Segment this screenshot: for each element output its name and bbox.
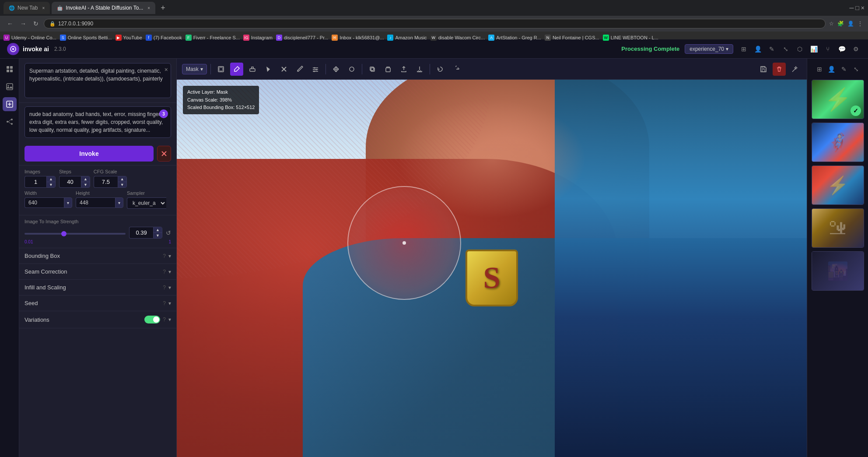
seed-info-icon[interactable]: ?: [163, 300, 166, 306]
bookmark-neil[interactable]: N Neil Fontaine | CGS...: [545, 35, 599, 41]
cfg-increment[interactable]: ▲: [118, 176, 126, 182]
mask-dropdown[interactable]: Mask ▾: [182, 64, 207, 74]
bookmark-webtoon[interactable]: W LINE WEBTOON - L...: [603, 35, 658, 41]
sidebar-nav-images[interactable]: [3, 80, 17, 94]
profile-icon[interactable]: 👤: [847, 21, 854, 27]
sidebar-nav-canvas[interactable]: [3, 97, 17, 111]
new-tab-button[interactable]: +: [157, 4, 169, 13]
back-button[interactable]: ←: [5, 20, 15, 27]
cfg-decrement[interactable]: ▼: [118, 182, 126, 187]
tab-close-btn[interactable]: ×: [42, 6, 45, 11]
bookmark-instagram[interactable]: IG Instagram: [243, 35, 273, 41]
steps-input[interactable]: [59, 176, 81, 188]
save-canvas-btn[interactable]: [757, 63, 770, 76]
nodes-icon[interactable]: ⬡: [794, 44, 805, 54]
brush-btn[interactable]: [230, 63, 243, 76]
refresh-button[interactable]: ↻: [32, 20, 40, 27]
fill-btn[interactable]: [262, 63, 275, 76]
move-btn[interactable]: [329, 63, 343, 76]
paste-btn[interactable]: [382, 63, 395, 76]
wand-btn[interactable]: [788, 63, 802, 76]
img2img-decrement[interactable]: ▼: [154, 232, 162, 238]
seed-chevron[interactable]: ▾: [168, 300, 171, 306]
github-icon[interactable]: ⑂: [822, 44, 833, 54]
close-window-btn[interactable]: ×: [861, 4, 864, 11]
cfg-input[interactable]: [94, 176, 118, 188]
bookmark-wacom[interactable]: W disable Wacom Circ...: [430, 35, 485, 41]
width-dropdown[interactable]: ▾: [64, 197, 72, 208]
bounding-box-header[interactable]: Bounding Box ? ▾: [19, 248, 176, 264]
tab-new-tab[interactable]: 🌐 New Tab ×: [4, 2, 50, 14]
expand-icon[interactable]: ⤡: [780, 44, 791, 54]
clear-btn[interactable]: [277, 63, 290, 76]
sidebar-nav-generate[interactable]: [3, 62, 17, 76]
img2img-reset-icon[interactable]: ↺: [166, 229, 171, 236]
steps-increment[interactable]: ▲: [81, 176, 90, 182]
pen-btn[interactable]: [293, 63, 306, 76]
sidebar-nav-nodes[interactable]: [3, 115, 17, 129]
tab-invoke-close[interactable]: ×: [147, 6, 150, 11]
sampler-select[interactable]: k_euler_a k_euler k_dpm_2 ddim: [127, 197, 166, 209]
cancel-button[interactable]: [157, 146, 171, 162]
img2img-increment[interactable]: ▲: [154, 227, 162, 232]
bounding-box-info-icon[interactable]: ?: [163, 253, 166, 259]
circle-select-btn[interactable]: [345, 63, 358, 76]
tab-invoke[interactable]: 🤖 InvokeAI - A Stable Diffusion To... ×: [52, 2, 155, 14]
variations-info-icon[interactable]: ?: [163, 316, 166, 323]
variations-chevron[interactable]: ▾: [168, 316, 171, 323]
copy-btn[interactable]: [366, 63, 379, 76]
canvas-viewport[interactable]: S Active Layer: Mask Canvas Scale: 398% …: [177, 80, 807, 457]
variations-header[interactable]: Variations ? ▾: [19, 311, 176, 328]
width-input[interactable]: [24, 197, 64, 208]
brush-settings-btn[interactable]: [309, 63, 322, 76]
thumbnail-4[interactable]: 🏜: [812, 208, 864, 248]
experience-badge[interactable]: experience_70 ▾: [685, 44, 733, 54]
bookmark-youtube[interactable]: ▶ YouTube: [116, 35, 142, 41]
infill-scaling-info-icon[interactable]: ?: [163, 285, 166, 291]
forward-button[interactable]: →: [18, 20, 28, 27]
seam-correction-info-icon[interactable]: ?: [163, 269, 166, 275]
bookmark-udemy[interactable]: U Udemy - Online Co...: [4, 35, 56, 41]
right-edit-icon[interactable]: ✎: [839, 64, 849, 74]
edit-icon[interactable]: ✎: [766, 44, 777, 54]
steps-decrement[interactable]: ▼: [81, 182, 90, 187]
seam-correction-chevron[interactable]: ▾: [168, 269, 171, 275]
thumbnail-2[interactable]: 🦸: [812, 123, 864, 162]
right-users-icon[interactable]: 👤: [826, 64, 837, 74]
bookmark-amazon-music[interactable]: ♪ Amazon Music: [387, 35, 427, 41]
right-expand-icon[interactable]: ⤡: [851, 64, 861, 74]
height-dropdown[interactable]: ▾: [115, 197, 123, 208]
upload-image-btn[interactable]: [397, 63, 410, 76]
gallery-icon[interactable]: ⊞: [738, 44, 749, 54]
extensions-icon[interactable]: 🧩: [837, 21, 844, 27]
bounding-box-chevron[interactable]: ▾: [168, 253, 171, 259]
invoke-button[interactable]: Invoke: [24, 146, 154, 162]
bookmark-inbox[interactable]: ✉ Inbox - klk56831@...: [332, 35, 384, 41]
prompt-clear-btn[interactable]: ×: [164, 66, 168, 73]
download-btn[interactable]: [413, 63, 426, 76]
discord-icon[interactable]: 💬: [836, 44, 847, 54]
seam-correction-header[interactable]: Seam Correction ? ▾: [19, 264, 176, 279]
variations-toggle[interactable]: [144, 316, 160, 323]
thumbnail-5[interactable]: 🌆: [812, 251, 864, 291]
settings-icon[interactable]: ⚙: [850, 44, 861, 54]
infill-scaling-chevron[interactable]: ▾: [168, 285, 171, 291]
bookmark-artstation[interactable]: A ArtStation - Greg R...: [488, 35, 541, 41]
infill-scaling-header[interactable]: Infill and Scaling ? ▾: [19, 280, 176, 295]
img2img-value-input[interactable]: [129, 227, 153, 239]
images-input[interactable]: [24, 176, 46, 188]
bookmark-star[interactable]: ☆: [829, 21, 834, 27]
positive-prompt-box[interactable]: Superman artstation, detailed, digital p…: [24, 63, 171, 98]
report-icon[interactable]: 📊: [808, 44, 819, 54]
thumbnail-3[interactable]: ⚡: [812, 165, 864, 205]
maximize-btn[interactable]: □: [855, 4, 859, 11]
negative-prompt-box[interactable]: nude bad anatomy, bad hands, text, error…: [24, 106, 171, 138]
redo-btn[interactable]: [449, 63, 462, 76]
img2img-slider[interactable]: [24, 233, 126, 235]
bookmark-sports[interactable]: S Online Sports Betti...: [60, 35, 112, 41]
undo-btn[interactable]: [434, 63, 447, 76]
images-decrement[interactable]: ▼: [47, 182, 55, 187]
thumbnail-1[interactable]: ⚡ ✓: [812, 80, 864, 119]
delete-btn[interactable]: [773, 63, 786, 76]
bookmark-fiverr[interactable]: F Fiverr - Freelance S...: [186, 35, 240, 41]
